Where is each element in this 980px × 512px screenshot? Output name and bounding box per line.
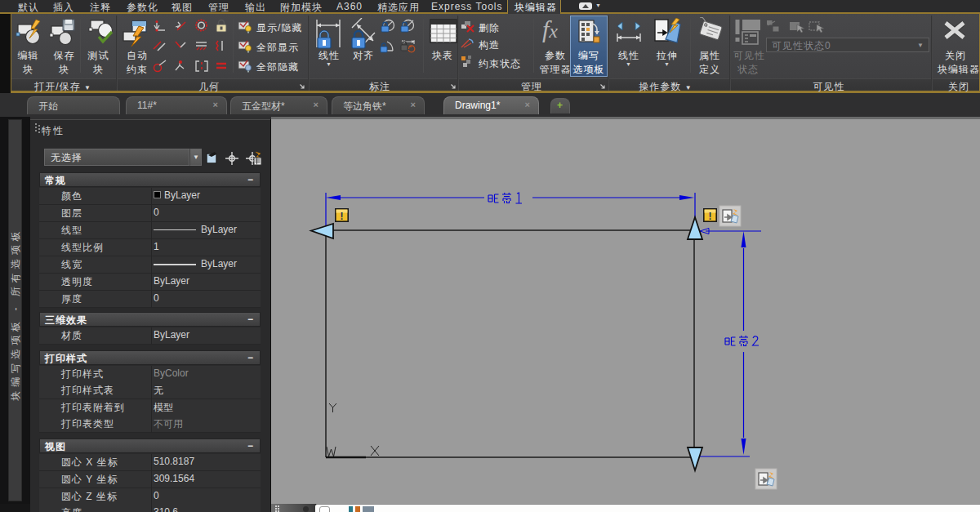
svg-text:!: ! — [709, 211, 712, 222]
svg-text:!: ! — [341, 211, 344, 222]
